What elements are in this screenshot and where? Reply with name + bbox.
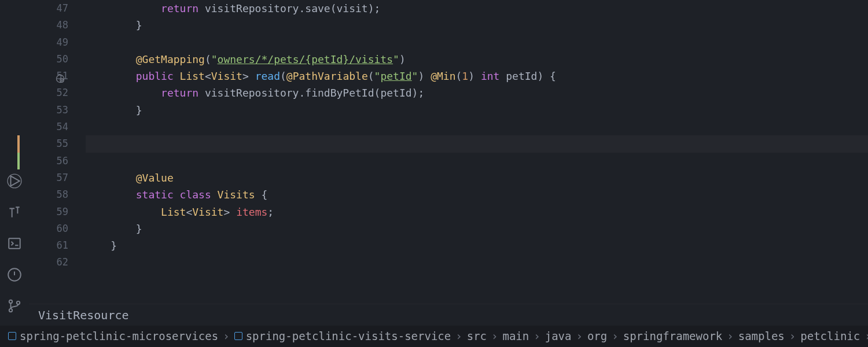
change-marker (17, 135, 20, 152)
path-segment-label: src (467, 327, 487, 345)
code-line (86, 34, 868, 51)
path-segment[interactable]: org (587, 327, 607, 345)
path-segment-label: springframework (623, 327, 723, 345)
path-bar[interactable]: spring-petclinic-microservices›spring-pe… (0, 326, 868, 347)
code-line: } (86, 220, 868, 237)
path-segment-label: spring-petclinic-visits-service (246, 327, 451, 345)
path-segment[interactable]: petclinic (800, 327, 860, 345)
code-line: return visitRepository.save(visit); (86, 0, 868, 17)
path-segment[interactable]: spring-petclinic-visits-service (234, 327, 451, 345)
line-number: 48 (29, 17, 68, 34)
path-segment[interactable]: samples (738, 327, 785, 345)
chevron-right-icon: › (789, 327, 796, 345)
svg-point-4 (9, 300, 12, 303)
path-segment[interactable]: src (467, 327, 487, 345)
branch-icon[interactable] (7, 298, 22, 313)
line-number: 58 (29, 186, 68, 203)
svg-point-5 (9, 309, 12, 312)
path-segment-label: main (502, 327, 529, 345)
chevron-right-icon: › (223, 327, 229, 345)
code-line (86, 153, 868, 169)
change-marker (17, 153, 20, 169)
chevron-right-icon: › (727, 327, 733, 345)
code-line: } (86, 237, 868, 254)
path-segment-label: petclinic (800, 327, 860, 345)
chevron-right-icon: › (534, 327, 540, 345)
gutter: 47484950515253545556575859606162 (29, 0, 75, 304)
line-number: 62 (29, 254, 68, 271)
path-segment-label: samples (738, 327, 785, 345)
svg-marker-0 (11, 176, 20, 186)
chevron-right-icon: › (455, 327, 462, 345)
line-number: 61 (29, 237, 68, 254)
path-segment[interactable]: spring-petclinic-microservices (8, 327, 218, 345)
breadcrumb-label: VisitResource (38, 306, 129, 324)
code-line: return visitRepository.findByPetId(petId… (86, 84, 868, 101)
code-line: @Value (86, 169, 868, 186)
chevron-right-icon: › (491, 327, 498, 345)
code-line: } (86, 102, 868, 119)
chevron-right-icon: › (612, 327, 618, 345)
code-content[interactable]: return visitRepository.save(visit); } @G… (75, 0, 868, 304)
code-line: static class Visits { (86, 186, 868, 203)
run-icon[interactable] (7, 174, 22, 189)
line-number: 53 (29, 102, 68, 119)
code-line (86, 254, 868, 271)
module-icon (234, 332, 242, 340)
breadcrumb[interactable]: VisitResource (29, 304, 868, 326)
path-segment[interactable]: springframework (623, 327, 723, 345)
path-segment-label: spring-petclinic-microservices (20, 327, 218, 345)
endpoint-icon[interactable] (56, 72, 65, 81)
module-icon (8, 332, 16, 340)
tools-icon[interactable] (7, 205, 22, 220)
line-number: 49 (29, 34, 68, 51)
line-number: 56 (29, 153, 68, 169)
path-segment[interactable]: java (545, 327, 572, 345)
code-line: @GetMapping("owners/*/pets/{petId}/visit… (86, 51, 868, 68)
line-number: 51 (29, 68, 68, 84)
code-line: List<Visit> items; (86, 204, 868, 220)
line-number: 60 (29, 220, 68, 237)
code-line (86, 119, 868, 135)
code-line (86, 135, 868, 152)
line-number: 52 (29, 84, 68, 101)
svg-rect-2 (9, 238, 20, 248)
line-number: 57 (29, 169, 68, 186)
chevron-right-icon: › (865, 327, 868, 345)
line-number: 54 (29, 119, 68, 135)
path-segment-label: java (545, 327, 572, 345)
code-line: public List<Visit> read(@PathVariable("p… (86, 68, 868, 84)
line-number: 50 (29, 51, 68, 68)
terminal-icon[interactable] (7, 236, 22, 251)
line-number: 55 (29, 135, 68, 152)
code-line: } (86, 17, 868, 34)
line-number: 59 (29, 204, 68, 220)
path-segment[interactable]: main (502, 327, 529, 345)
editor-area: 47484950515253545556575859606162 return … (29, 0, 868, 304)
chevron-right-icon: › (576, 327, 582, 345)
svg-point-6 (17, 301, 20, 304)
problems-icon[interactable] (7, 267, 22, 282)
path-segment-label: org (587, 327, 607, 345)
line-number: 47 (29, 0, 68, 17)
activity-bar (0, 0, 29, 347)
